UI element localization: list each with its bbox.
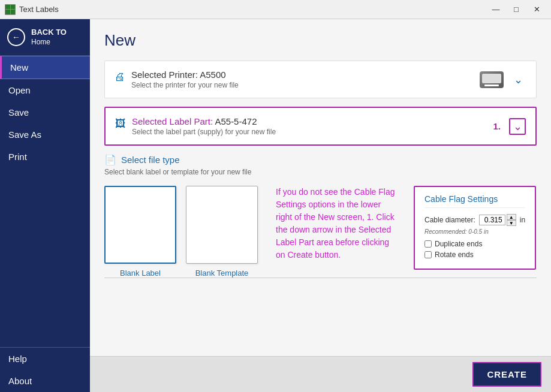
title-bar-controls: — □ ✕ — [486, 3, 546, 16]
file-type-header: 📄 Select file type — [104, 154, 537, 165]
printer-card-right: ⌄ — [480, 71, 526, 88]
title-bar-left: Text Labels — [5, 4, 59, 15]
file-type-subtext: Select blank label or template for your … — [104, 168, 537, 176]
label-part-card-right: 1. ⌄ — [493, 118, 526, 135]
spinner-up-button[interactable]: ▲ — [507, 214, 516, 220]
label-part-card-info: Selected Label Part: A55-5-472 Select th… — [132, 116, 276, 136]
label-part-name: A55-5-472 — [215, 116, 257, 126]
main-content: New 🖨 Selected Printer: A5500 Select the… — [90, 19, 551, 392]
cable-diameter-input: ▲ ▼ — [479, 214, 516, 226]
app-icon-grid — [5, 4, 16, 15]
duplicate-ends-row: Duplicate ends — [424, 240, 525, 248]
printer-card-subtitle: Select the printer for your new file — [131, 81, 239, 89]
file-type-option-blank-label[interactable]: Blank Label — [104, 186, 176, 278]
app-body: ← BACK TO Home New Open Save Save As Pri… — [0, 19, 551, 392]
blank-label-text: Blank Label — [120, 269, 161, 278]
label-part-card-title: Selected Label Part: A55-5-472 — [132, 116, 276, 126]
cable-diameter-spinner: ▲ ▼ — [507, 214, 516, 226]
app-icon — [5, 4, 16, 15]
back-sublabel: Home — [31, 38, 67, 47]
nav-spacer — [0, 168, 90, 347]
rotate-ends-row: Rotate ends — [424, 251, 525, 259]
printer-expand-button[interactable]: ⌄ — [510, 71, 526, 88]
sidebar-item-save-as[interactable]: Save As — [0, 123, 90, 146]
cable-flag-recommended: Recommended: 0-0.5 in — [424, 228, 525, 235]
duplicate-ends-checkbox[interactable] — [424, 240, 432, 248]
create-button[interactable]: CREATE — [472, 362, 541, 387]
duplicate-ends-label: Duplicate ends — [435, 240, 482, 248]
sidebar-item-new[interactable]: New — [0, 56, 90, 79]
rotate-ends-checkbox[interactable] — [424, 251, 432, 258]
sidebar-item-open[interactable]: Open — [0, 79, 90, 101]
label-part-card: 🖼 Selected Label Part: A55-5-472 Select … — [104, 107, 537, 146]
label-part-card-subtitle: Select the label part (supply) for your … — [132, 128, 276, 136]
cable-flag-box: Cable Flag Settings Cable diameter: ▲ ▼ … — [414, 186, 536, 270]
divider — [104, 278, 537, 278]
label-part-title-prefix: Selected Label Part: — [132, 116, 213, 126]
nav-items: New Open Save Save As Print — [0, 56, 90, 168]
sidebar-item-help[interactable]: Help — [0, 348, 90, 370]
sidebar-item-about[interactable]: About — [0, 370, 90, 392]
close-button[interactable]: ✕ — [527, 3, 546, 16]
step-badge: 1. — [493, 121, 501, 131]
printer-card-info: Selected Printer: A5500 Select the print… — [131, 70, 239, 89]
cable-diameter-unit: in — [520, 216, 525, 224]
label-part-icon: 🖼 — [115, 117, 126, 130]
file-type-title: Select file type — [121, 155, 180, 165]
blank-template-thumb — [186, 186, 258, 264]
file-type-icon: 📄 — [104, 154, 116, 165]
file-type-row: Blank Label Blank Template If you do not… — [104, 186, 537, 278]
printer-card-left: 🖨 Selected Printer: A5500 Select the pri… — [115, 70, 480, 89]
help-text: If you do not see the Cable Flag Setting… — [270, 186, 402, 261]
nav-bottom: Help About — [0, 347, 90, 392]
back-circle-icon: ← — [7, 28, 25, 46]
sidebar-item-save[interactable]: Save — [0, 101, 90, 123]
printer-title-prefix: Selected Printer: — [131, 70, 198, 80]
printer-card-title: Selected Printer: A5500 — [131, 70, 239, 80]
cable-diameter-label: Cable diameter: — [424, 216, 475, 224]
sidebar-item-print[interactable]: Print — [0, 146, 90, 168]
label-part-card-left: 🖼 Selected Label Part: A55-5-472 Select … — [115, 116, 493, 136]
back-text: BACK TO Home — [31, 28, 67, 47]
cable-flag-diameter-row: Cable diameter: ▲ ▼ in — [424, 214, 525, 226]
back-to-home-button[interactable]: ← BACK TO Home — [0, 19, 90, 56]
file-type-option-blank-template[interactable]: Blank Template — [186, 186, 258, 278]
spinner-down-button[interactable]: ▼ — [507, 220, 516, 226]
printer-image — [480, 71, 504, 88]
cable-diameter-field[interactable] — [479, 215, 505, 225]
printer-card: 🖨 Selected Printer: A5500 Select the pri… — [104, 61, 537, 98]
minimize-button[interactable]: — — [486, 3, 505, 16]
rotate-ends-label: Rotate ends — [435, 251, 474, 259]
printer-name: A5500 — [200, 70, 225, 80]
label-part-expand-button[interactable]: ⌄ — [509, 118, 526, 135]
sidebar: ← BACK TO Home New Open Save Save As Pri… — [0, 19, 90, 392]
printer-icon: 🖨 — [115, 71, 125, 83]
title-bar-title: Text Labels — [19, 5, 59, 14]
page-title: New — [104, 31, 537, 50]
blank-label-thumb — [104, 186, 176, 264]
back-label: BACK TO — [31, 28, 67, 38]
maximize-button[interactable]: □ — [507, 3, 526, 16]
title-bar: Text Labels — □ ✕ — [0, 0, 551, 19]
file-type-options: Blank Label Blank Template — [104, 186, 258, 278]
bottom-bar: CREATE — [90, 356, 551, 392]
cable-flag-title: Cable Flag Settings — [424, 194, 525, 208]
blank-template-text: Blank Template — [195, 269, 249, 278]
